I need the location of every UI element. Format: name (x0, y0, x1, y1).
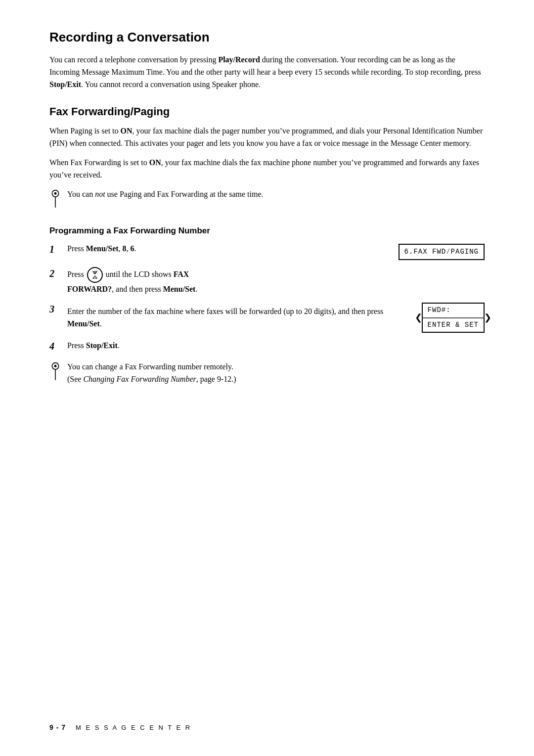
recording-paragraph: You can record a telephone conversation … (49, 54, 485, 90)
fax-forwarding-section: Fax Forwarding/Paging When Paging is set… (49, 105, 485, 211)
note-text-2: You can change a Fax Forwarding number r… (67, 361, 236, 386)
note-block-2: You can change a Fax Forwarding number r… (49, 361, 485, 386)
step-2: 2 Press or until the LCD shows FAX (49, 267, 485, 296)
fax-forwarding-title: Fax Forwarding/Paging (49, 105, 485, 118)
note-icon-1 (49, 189, 61, 211)
or-arrows-icon: or (87, 267, 103, 283)
recording-title: Recording a Conversation (49, 30, 485, 45)
step-2-content: Press or until the LCD shows FAX (67, 267, 485, 296)
step-3: 3 Enter the number of the fax machine wh… (49, 303, 485, 333)
programming-title: Programming a Fax Forwarding Number (49, 226, 485, 236)
footer-chapter-name: M E S S A G E C E N T E R (76, 724, 191, 731)
note-2-line2: (See Changing Fax Forwarding Number, pag… (67, 375, 236, 383)
step-3-content: Enter the number of the fax machine wher… (67, 303, 485, 333)
note-2-line1: You can change a Fax Forwarding number r… (67, 362, 233, 371)
step-1-number: 1 (49, 244, 67, 255)
page-content: Recording a Conversation You can record … (0, 0, 534, 440)
fax-forwarding-para1: When Paging is set to ON, your fax machi… (49, 125, 485, 150)
note-text-1: You can not use Paging and Fax Forwardin… (67, 188, 264, 201)
note-block-1: You can not use Paging and Fax Forwardin… (49, 188, 485, 211)
step-2-press: Press (67, 270, 86, 278)
footer-page-number: 9 - 7 (49, 723, 66, 731)
svg-marker-4 (93, 276, 97, 278)
step-4-number: 4 (49, 341, 67, 352)
svg-point-8 (54, 365, 57, 367)
lcd-left-arrow: ❮ (415, 311, 422, 325)
note-icon-2 (49, 362, 61, 384)
step-1-text: Press Menu/Set, 8, 6. (67, 243, 389, 255)
step-4-content: Press Stop/Exit. (67, 340, 485, 352)
step-2-bold-text: FORWARD?, and then press Menu/Set. (67, 283, 485, 296)
step-4-text: Press Stop/Exit. (67, 341, 120, 350)
fax-forwarding-para2: When Fax Forwarding is set to ON, your f… (49, 157, 485, 181)
step-1: 1 Press Menu/Set, 8, 6. 6.FAX FWD∕PAGING (49, 243, 485, 261)
step-1-lcd: 6.FAX FWD∕PAGING (399, 244, 485, 261)
programming-section: Programming a Fax Forwarding Number 1 Pr… (49, 226, 485, 386)
step-1-content: Press Menu/Set, 8, 6. 6.FAX FWD∕PAGING (67, 243, 485, 261)
svg-point-2 (54, 192, 57, 194)
lcd-right-arrow: ❯ (484, 311, 491, 325)
step-2-lcd-text: until the LCD shows FAX (106, 270, 189, 278)
step-3-number: 3 (49, 304, 67, 315)
recording-section: Recording a Conversation You can record … (49, 30, 485, 90)
steps-list: 1 Press Menu/Set, 8, 6. 6.FAX FWD∕PAGING… (49, 243, 485, 353)
step-3-text: Enter the number of the fax machine wher… (67, 306, 402, 330)
step-2-number: 2 (49, 268, 67, 279)
page-footer: 9 - 7 M E S S A G E C E N T E R (49, 723, 191, 731)
step-4: 4 Press Stop/Exit. (49, 340, 485, 352)
step-3-lcd: FWD#: ENTER & SET (422, 303, 485, 333)
